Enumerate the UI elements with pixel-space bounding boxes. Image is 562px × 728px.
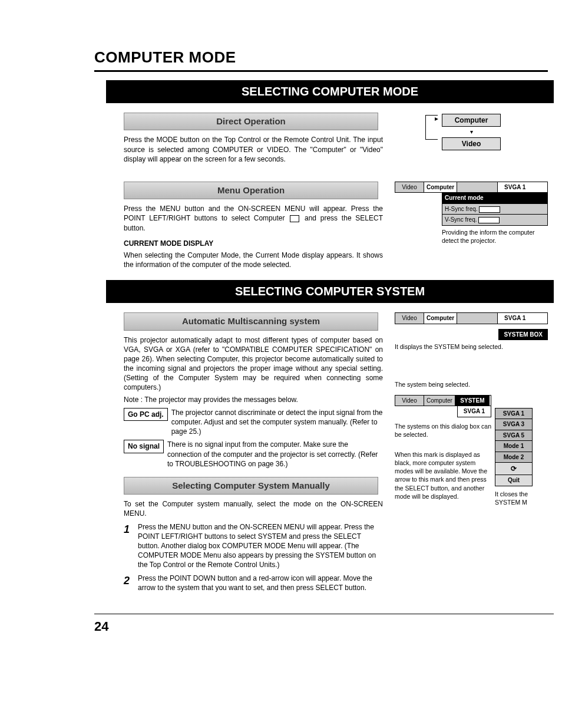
heading-menu-operation: Menu Operation bbox=[124, 182, 378, 199]
system-list: SVGA 1 SVGA 3 SVGA 5 Mode 1 Mode 2 ⟳ Qui… bbox=[495, 408, 533, 486]
system-box-label: SYSTEM BOX bbox=[498, 329, 548, 341]
direct-operation-body: Press the MODE button on the Top Control… bbox=[124, 135, 383, 164]
fig2-caption1: It displays the SYSTEM being selected. bbox=[395, 342, 548, 351]
auto-note: Note : The projector may provides the me… bbox=[124, 395, 383, 404]
note-closes-system: It closes the SYSTEM M bbox=[495, 490, 548, 506]
label-system-selected: The system being selected. bbox=[395, 380, 548, 388]
step-2-num: 2 bbox=[124, 574, 138, 588]
osd-video: Video bbox=[442, 137, 501, 150]
menubar-video: Video bbox=[395, 182, 424, 193]
osd-menubar-1: Video Computer SVGA 1 bbox=[395, 182, 548, 193]
banner-selecting-computer-system: SELECTING COMPUTER SYSTEM bbox=[106, 280, 554, 303]
page-title: COMPUTER MODE bbox=[94, 47, 548, 72]
osd-hsync: H-Sync freq. bbox=[442, 203, 548, 215]
heading-direct-operation: Direct Operation bbox=[124, 113, 378, 130]
banner-selecting-computer-mode: SELECTING COMPUTER MODE bbox=[106, 80, 554, 103]
fig1-caption: Providing the inform the computer detect… bbox=[442, 228, 548, 245]
computer-icon bbox=[290, 215, 299, 222]
auto-body: This projector automatically adapt to mo… bbox=[124, 335, 383, 393]
msg-no-signal-body: There is no signal input from the comput… bbox=[167, 440, 383, 469]
msg-no-signal: No signal bbox=[124, 440, 164, 453]
step-1-body: Press the MENU button and the ON-SCREEN … bbox=[138, 522, 383, 570]
osd-vsync: V-Sync freq. bbox=[442, 214, 548, 226]
msg-go-pc-adj-body: The projector cannot discriminate or det… bbox=[171, 408, 383, 437]
note-more-modes: When this mark is displayed as black, mo… bbox=[395, 450, 491, 500]
heading-auto-multiscan: Automatic Multiscanning system bbox=[124, 312, 378, 330]
step-1-num: 1 bbox=[124, 522, 138, 536]
osd-current-mode: Current mode bbox=[442, 192, 548, 204]
msg-go-pc-adj: Go PC adj. bbox=[124, 408, 168, 421]
osd-menubar-3: Video Computer SYSTEM bbox=[395, 395, 491, 407]
figure-mode-toggle: ▸ Computer ▾ Video bbox=[395, 113, 548, 151]
note-systems-selectable: The systems on this dialog box can be se… bbox=[395, 422, 491, 439]
current-mode-display-heading: CURRENT MODE DISPLAY bbox=[124, 239, 383, 248]
current-mode-display-body: When selecting the Computer Mode, the Cu… bbox=[124, 251, 383, 269]
heading-select-manually: Selecting Computer System Manually bbox=[124, 477, 378, 495]
menubar-computer: Computer bbox=[424, 182, 457, 193]
quit-button: Quit bbox=[495, 475, 532, 486]
menubar-svga: SVGA 1 bbox=[498, 182, 532, 193]
osd-computer: Computer bbox=[442, 114, 501, 127]
manual-intro: To set the Computer system manually, sel… bbox=[124, 499, 383, 518]
menu-operation-body: Press the MENU button and the ON-SCREEN … bbox=[124, 204, 383, 233]
refresh-icon: ⟳ bbox=[495, 463, 532, 475]
osd-menubar-2: Video Computer SVGA 1 bbox=[395, 312, 548, 324]
step-2-body: Press the POINT DOWN button and a red-ar… bbox=[138, 574, 383, 592]
page-number: 24 bbox=[94, 614, 554, 635]
